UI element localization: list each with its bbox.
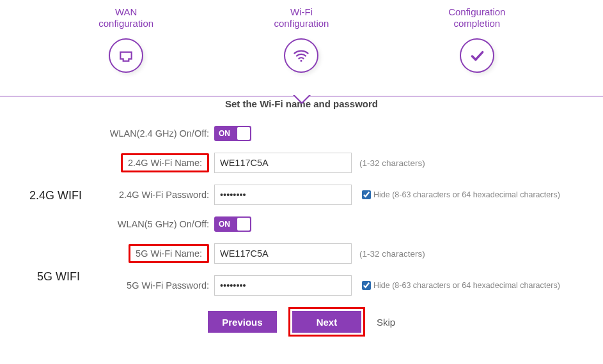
checkmark-icon-circle [460, 38, 494, 73]
wlan5-pwd-help-line: Hide (8-63 characters or 64 hexadecimal … [352, 279, 560, 292]
wlan24-hide-checkbox[interactable] [362, 190, 371, 199]
wlan24-hide-label: Hide [373, 190, 390, 199]
wlan5-password-input[interactable] [214, 275, 352, 296]
wlan5-name-help: (1-32 characters) [352, 249, 425, 259]
wlan5-pwd-help: (8-63 characters or 64 hexadecimal chara… [392, 281, 560, 290]
wlan5-hide-checkbox[interactable] [362, 281, 371, 290]
svg-point-0 [301, 60, 302, 62]
wlan5-toggle[interactable]: ON [214, 216, 251, 232]
wlan24-toggle-text: ON [214, 129, 230, 138]
step-wifi-label-line2: configuration [237, 18, 365, 29]
wifi-icon-circle [284, 38, 318, 73]
row-wlan5-password: 5G Wi-Fi Password: Hide (8-63 characters… [0, 275, 603, 296]
step-wan-label-line2: configuration [62, 18, 190, 29]
wlan5-pwd-label: 5G Wi-Fi Password: [0, 280, 214, 291]
previous-button[interactable]: Previous [208, 311, 277, 333]
wan-icon-circle [109, 38, 143, 73]
next-button-highlight: Next [288, 307, 365, 337]
next-button[interactable]: Next [292, 311, 361, 333]
step-wifi: Wi-Fi configuration [237, 6, 365, 73]
wlan24-name-label: 2.4G Wi-Fi Name: [128, 158, 202, 168]
wlan5-name-label: 5G Wi-Fi Name: [136, 248, 202, 259]
form-main: Set the Wi-Fi name and password WLAN(2.4… [0, 73, 603, 337]
toggle-knob [237, 127, 250, 140]
wlan24-pwd-help: (8-63 characters or 64 hexadecimal chara… [392, 190, 560, 199]
button-bar: Previous Next Skip [0, 307, 603, 337]
wlan24-password-input[interactable] [214, 185, 352, 205]
skip-link[interactable]: Skip [377, 317, 395, 328]
step-complete: Configuration completion [413, 6, 541, 73]
wizard-steps: WAN configuration Wi-Fi configuration Co… [0, 0, 603, 73]
active-step-pointer-inner [294, 95, 309, 102]
wlan5-toggle-text: ON [214, 220, 230, 229]
step-wan-label-line1: WAN [62, 6, 190, 18]
row-wlan5-name: 5G Wi-Fi Name: (1-32 characters) [0, 243, 603, 264]
wifi-icon [292, 47, 310, 64]
step-wan: WAN configuration [62, 6, 190, 73]
wlan24-toggle[interactable]: ON [214, 126, 251, 141]
wlan24-toggle-label: WLAN(2.4 GHz) On/Off: [0, 128, 214, 139]
row-wlan5-toggle: WLAN(5 GHz) On/Off: ON [0, 216, 603, 232]
wlan5-name-input[interactable] [214, 243, 352, 264]
step-complete-label-line1: Configuration [413, 6, 541, 18]
wlan5-hide-label: Hide [373, 281, 390, 290]
wlan24-pwd-help-line: Hide (8-63 characters or 64 hexadecimal … [352, 188, 560, 201]
step-wifi-label-line1: Wi-Fi [237, 6, 365, 18]
row-wlan24-name: 2.4G Wi-Fi Name: (1-32 characters) [0, 153, 603, 173]
toggle-knob [237, 218, 250, 231]
ethernet-port-icon [118, 47, 134, 64]
wlan24-name-label-highlight: 2.4G Wi-Fi Name: [121, 153, 209, 172]
row-wlan24-toggle: WLAN(2.4 GHz) On/Off: ON [0, 126, 603, 141]
row-wlan24-password: 2.4G Wi-Fi Password: Hide (8-63 characte… [0, 185, 603, 205]
annotation-5g: 5G WIFI [37, 270, 80, 284]
wlan5-toggle-label: WLAN(5 GHz) On/Off: [0, 219, 214, 229]
step-complete-label-line2: completion [413, 18, 541, 29]
wlan24-name-input[interactable] [214, 153, 352, 173]
annotation-24g: 2.4G WIFI [29, 189, 82, 202]
wlan24-name-help: (1-32 characters) [352, 158, 425, 168]
checkmark-icon [469, 47, 485, 64]
wlan5-name-label-highlight: 5G Wi-Fi Name: [129, 244, 209, 263]
